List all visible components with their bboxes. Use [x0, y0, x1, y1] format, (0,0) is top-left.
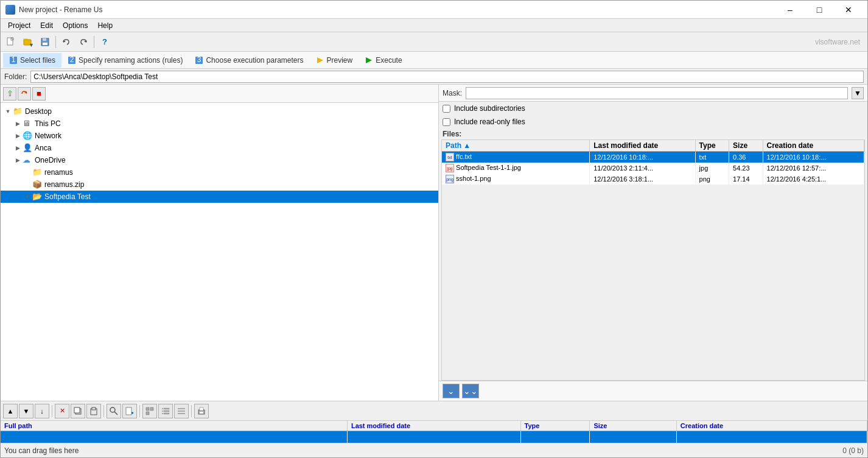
files-next-button[interactable]: ⌄⌄	[462, 384, 479, 398]
col-modified[interactable]: Last modified date	[590, 140, 695, 152]
tree-item-softpedia-test[interactable]: ▼ 📂 Softpedia Test	[1, 191, 438, 203]
svg-rect-29	[146, 412, 149, 415]
maximize-button[interactable]: □	[805, 1, 833, 19]
svg-rect-33	[162, 408, 163, 409]
file-path-jpg: jpg Softpedia Test-1-1.jpg	[442, 163, 590, 174]
readonly-row: Include read-only files	[439, 115, 867, 129]
tree-refresh-button[interactable]	[18, 87, 31, 100]
tree-item-desktop[interactable]: ▼ 📁 Desktop	[1, 105, 438, 118]
tree-expand-renamus-zip[interactable]	[23, 180, 32, 189]
file-path-png: png sshot-1.png	[442, 174, 590, 185]
bottom-paste-button[interactable]	[86, 404, 101, 418]
undo-button[interactable]	[58, 34, 74, 50]
toolbar-sep-2	[94, 36, 94, 48]
step-execution-params[interactable]: 3 Choose execution parameters	[189, 53, 309, 68]
titlebar-title: New project - Rename Us	[19, 5, 102, 14]
sel-fullpath	[1, 431, 347, 443]
file-row-sshot-png[interactable]: png sshot-1.png 12/12/2016 3:18:1... png…	[442, 174, 864, 185]
menu-project[interactable]: Project	[3, 20, 35, 31]
menu-options[interactable]: Options	[58, 20, 93, 31]
col-type[interactable]: Type	[695, 140, 729, 152]
include-subdirectories-checkbox[interactable]	[443, 105, 450, 113]
menu-help[interactable]: Help	[93, 20, 117, 31]
tree-expand-thispc[interactable]: ▶	[13, 119, 23, 129]
sel-col-modified[interactable]: Last modified date	[347, 421, 520, 431]
menu-edit[interactable]: Edit	[35, 20, 58, 31]
mask-dropdown-button[interactable]: ▼	[852, 87, 864, 99]
sel-col-created[interactable]: Creation date	[676, 421, 867, 431]
save-button[interactable]	[37, 34, 53, 50]
tree-item-thispc[interactable]: ▶ 🖥 This PC	[1, 118, 438, 130]
tree-expand-softpedia[interactable]: ▼	[23, 192, 32, 202]
tree-delete-button[interactable]: ■	[32, 87, 46, 100]
sel-col-type[interactable]: Type	[520, 421, 590, 431]
step-renaming-actions[interactable]: 2 Specify renaming actions (rules)	[61, 53, 189, 68]
step-execute[interactable]: Execute	[359, 53, 408, 68]
close-button[interactable]: ✕	[835, 1, 863, 19]
tree-item-onedrive[interactable]: ▶ ☁ OneDrive	[1, 154, 438, 166]
tree-item-anca[interactable]: ▶ 👤 Anca	[1, 142, 438, 154]
file-modified-png: 12/12/2016 3:18:1...	[590, 174, 695, 185]
svg-rect-30	[164, 408, 169, 409]
files-label: Files:	[439, 129, 867, 139]
file-row-softpedia-jpg[interactable]: jpg Softpedia Test-1-1.jpg 11/20/2013 2:…	[442, 163, 864, 174]
step-select-files[interactable]: 1 Select files	[3, 53, 61, 68]
sel-size	[590, 431, 676, 443]
svg-marker-15	[317, 57, 323, 63]
files-table-container[interactable]: Path ▲ Last modified date Type Size Crea…	[441, 139, 865, 381]
bottom-sep-3	[139, 405, 140, 417]
sel-col-fullpath[interactable]: Full path	[1, 421, 347, 431]
minimize-button[interactable]: –	[776, 1, 804, 19]
left-panel: ⇧ ■ ▼ 📁 Desktop ▶ 🖥 This PC	[1, 85, 439, 401]
selected-file-row[interactable]	[1, 431, 867, 443]
tree-expand-onedrive[interactable]: ▶	[13, 155, 23, 165]
bottom-sep-2	[103, 405, 104, 417]
col-created[interactable]: Creation date	[763, 140, 864, 152]
bottom-add-files-button[interactable]	[122, 404, 137, 418]
bottom-print-button[interactable]	[194, 404, 209, 418]
col-path[interactable]: Path ▲	[442, 140, 590, 152]
svg-line-23	[114, 412, 117, 415]
step-preview-label: Preview	[327, 56, 353, 65]
tree-expand-desktop[interactable]: ▼	[3, 107, 13, 116]
folderbar: Folder:	[1, 69, 867, 85]
tree-expand-anca[interactable]: ▶	[13, 143, 23, 153]
folder-path-input[interactable]	[30, 71, 864, 83]
help-button[interactable]: ?	[97, 34, 113, 50]
bottom-bottom-button[interactable]: ↓	[35, 404, 49, 418]
bottom-copy-button[interactable]	[71, 404, 85, 418]
folder-label: Folder:	[4, 72, 27, 81]
new-button[interactable]	[3, 34, 19, 50]
tree-item-renamus[interactable]: 📁 renamus	[1, 166, 438, 178]
svg-rect-34	[162, 410, 163, 412]
include-readonly-checkbox[interactable]	[443, 118, 450, 126]
bottom-down-button[interactable]: ▼	[19, 404, 33, 418]
tree-item-network[interactable]: ▶ 🌐 Network	[1, 130, 438, 142]
bottom-remove-button[interactable]: ✕	[55, 404, 69, 418]
tree-expand-network[interactable]: ▶	[13, 131, 23, 141]
mask-input[interactable]	[466, 87, 848, 99]
sel-col-size[interactable]: Size	[590, 421, 676, 431]
bottom-more-button[interactable]	[174, 404, 189, 418]
bottom-search-button[interactable]	[107, 404, 121, 418]
bottom-list-button[interactable]	[158, 404, 173, 418]
file-row-ffc[interactable]: txt ffc.txt 12/12/2016 10:18:... txt 0.3…	[442, 152, 864, 163]
step-renaming-label: Specify renaming actions (rules)	[79, 56, 183, 65]
tree-label-thispc: This PC	[35, 119, 61, 128]
svg-rect-37	[178, 410, 185, 412]
col-size[interactable]: Size	[729, 140, 763, 152]
bottom-up-button[interactable]: ▲	[3, 404, 18, 418]
svg-text:1: 1	[12, 56, 16, 64]
open-button[interactable]: ▼	[20, 34, 36, 50]
tree-label-anca: Anca	[35, 144, 51, 152]
svg-rect-6	[43, 43, 47, 45]
svg-rect-19	[74, 407, 80, 413]
file-icon-txt: txt	[446, 153, 454, 161]
redo-button[interactable]	[75, 34, 91, 50]
tree-item-renamus-zip[interactable]: 📦 renamus.zip	[1, 178, 438, 191]
files-prev-button[interactable]: ⌄	[443, 384, 460, 398]
tree-up-button[interactable]: ⇧	[3, 87, 16, 100]
bottom-view-button[interactable]	[142, 404, 157, 418]
tree-expand-renamus[interactable]	[23, 167, 32, 177]
step-preview[interactable]: Preview	[310, 53, 359, 68]
